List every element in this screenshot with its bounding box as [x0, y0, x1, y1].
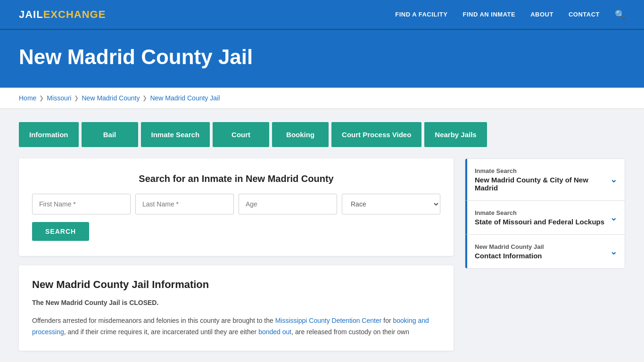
right-item-inmate-search-state[interactable]: Inmate Search State of Missouri and Fede… [465, 201, 625, 235]
right-item-text-3: New Madrid County Jail Contact Informati… [475, 243, 544, 260]
right-item-sublabel-1: New Madrid County & City of New Madrid [475, 176, 610, 192]
breadcrumb-missouri[interactable]: Missouri [47, 94, 71, 102]
search-icon[interactable]: 🔍 [615, 9, 625, 20]
tab-booking[interactable]: Booking [272, 122, 329, 147]
chevron-down-icon-3: ⌄ [610, 247, 617, 257]
breadcrumb-county[interactable]: New Madrid County [82, 94, 140, 102]
breadcrumb-sep-2: ❯ [74, 95, 79, 101]
page-title: New Madrid County Jail [19, 45, 625, 69]
info-card: New Madrid County Jail Information The N… [19, 265, 454, 351]
logo-jail: JAIL [19, 8, 43, 21]
race-select[interactable]: Race White Black Hispanic Asian Other [342, 194, 440, 214]
breadcrumb-bar: Home ❯ Missouri ❯ New Madrid County ❯ Ne… [0, 88, 644, 109]
right-item-label-1: Inmate Search [475, 167, 610, 174]
right-item-sublabel-2: State of Missouri and Federal Lockups [475, 218, 604, 226]
search-button[interactable]: SEARCH [32, 222, 89, 241]
tab-court[interactable]: Court [213, 122, 269, 147]
breadcrumb: Home ❯ Missouri ❯ New Madrid County ❯ Ne… [19, 94, 625, 102]
mississippi-county-link[interactable]: Mississippi County Detention Center [275, 317, 382, 324]
tabs-bar: Information Bail Inmate Search Court Boo… [0, 109, 644, 147]
nav-contact[interactable]: CONTACT [569, 11, 600, 18]
tabs: Information Bail Inmate Search Court Boo… [19, 122, 625, 147]
breadcrumb-home[interactable]: Home [19, 94, 36, 102]
right-item-label-2: Inmate Search [475, 209, 604, 216]
right-panel: Inmate Search New Madrid County & City o… [465, 158, 625, 269]
breadcrumb-sep-3: ❯ [142, 95, 147, 101]
right-item-sublabel-3: Contact Information [475, 252, 544, 260]
closed-notice: The New Madrid County Jail is CLOSED. [32, 297, 440, 309]
search-heading: Search for an Inmate in New Madrid Count… [32, 173, 440, 184]
nav-find-inmate[interactable]: FIND AN INMATE [462, 11, 515, 18]
chevron-down-icon-2: ⌄ [610, 213, 617, 223]
last-name-input[interactable] [135, 194, 234, 214]
first-name-input[interactable] [32, 194, 131, 214]
hero-section: New Madrid County Jail [0, 30, 644, 88]
tab-information[interactable]: Information [19, 122, 79, 147]
right-item-text-1: Inmate Search New Madrid County & City o… [475, 167, 610, 192]
site-logo[interactable]: JAIL EXCHANGE [19, 8, 106, 21]
right-item-text-2: Inmate Search State of Missouri and Fede… [475, 209, 604, 226]
tab-nearby-jails[interactable]: Nearby Jails [424, 122, 487, 147]
age-input[interactable] [239, 194, 337, 214]
logo-exchange: EXCHANGE [43, 8, 106, 21]
search-card: Search for an Inmate in New Madrid Count… [19, 158, 454, 256]
breadcrumb-current: New Madrid County Jail [150, 94, 220, 102]
nav-about[interactable]: ABOUT [530, 11, 553, 18]
tab-bail[interactable]: Bail [82, 122, 138, 147]
right-item-inmate-search-local[interactable]: Inmate Search New Madrid County & City o… [465, 159, 625, 201]
right-item-contact-info[interactable]: New Madrid County Jail Contact Informati… [465, 235, 625, 268]
info-heading: New Madrid County Jail Information [32, 279, 440, 291]
tab-inmate-search[interactable]: Inmate Search [141, 122, 210, 147]
navbar-links: FIND A FACILITY FIND AN INMATE ABOUT CON… [395, 9, 625, 20]
right-item-label-3: New Madrid County Jail [475, 243, 544, 250]
chevron-down-icon-1: ⌄ [610, 174, 617, 185]
left-panel: Search for an Inmate in New Madrid Count… [19, 158, 454, 351]
breadcrumb-sep-1: ❯ [39, 95, 44, 101]
bonded-out-link[interactable]: bonded out [258, 328, 291, 336]
info-body: Offenders arrested for misdemeanors and … [32, 315, 440, 338]
search-fields: Race White Black Hispanic Asian Other [32, 194, 440, 214]
navbar: JAIL EXCHANGE FIND A FACILITY FIND AN IN… [0, 0, 644, 30]
nav-find-facility[interactable]: FIND A FACILITY [395, 11, 447, 18]
tab-court-process-video[interactable]: Court Process Video [331, 122, 421, 147]
content-area: Search for an Inmate in New Madrid Count… [0, 147, 644, 362]
